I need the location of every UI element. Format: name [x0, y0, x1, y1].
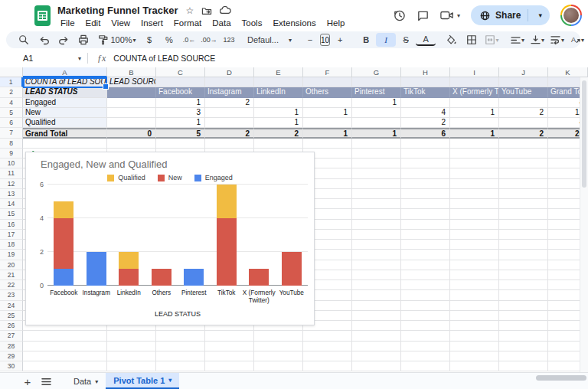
- cell-C5[interactable]: 3: [156, 108, 205, 118]
- cell-G1[interactable]: [352, 77, 401, 87]
- cell-H29[interactable]: [401, 351, 450, 361]
- cell-I21[interactable]: [450, 270, 499, 280]
- menu-item-format[interactable]: Format: [168, 17, 207, 29]
- legend-item-qualified[interactable]: Qualified: [107, 174, 145, 181]
- name-box[interactable]: A1 ▾: [0, 54, 87, 63]
- row-header-7[interactable]: 7: [0, 128, 23, 138]
- zoom-select[interactable]: 100%▾: [113, 33, 133, 47]
- cell-G30[interactable]: [352, 361, 401, 371]
- row-header-17[interactable]: 17: [0, 230, 23, 240]
- cell-G25[interactable]: [352, 311, 401, 321]
- cell-E1[interactable]: [254, 77, 303, 87]
- cell-J6[interactable]: [499, 118, 548, 128]
- bar-segment-qualified-linkedin[interactable]: [119, 252, 139, 269]
- cell-H20[interactable]: [401, 260, 450, 270]
- cell-A2[interactable]: LEAD STATUS: [23, 87, 107, 97]
- cell-H30[interactable]: [401, 361, 450, 371]
- cell-I10[interactable]: [450, 159, 499, 168]
- merge-cells-icon[interactable]: ▾: [482, 33, 501, 47]
- cell-F4[interactable]: [303, 98, 352, 108]
- menu-item-file[interactable]: File: [55, 17, 80, 29]
- cell-C6[interactable]: 1: [156, 118, 205, 128]
- bar-segment-new-linkedin[interactable]: [119, 269, 139, 286]
- cell-A6[interactable]: Qualified: [23, 118, 107, 128]
- cell-J8[interactable]: [499, 139, 548, 149]
- cell-G15[interactable]: [352, 209, 401, 219]
- cell-B28[interactable]: [107, 342, 156, 351]
- row-header-1[interactable]: 1: [0, 77, 23, 87]
- cell-H17[interactable]: [401, 230, 450, 240]
- cell-F27[interactable]: [303, 331, 352, 341]
- bold-button[interactable]: B: [356, 33, 376, 47]
- cell-H27[interactable]: [401, 331, 450, 341]
- column-header-I[interactable]: I: [450, 67, 499, 77]
- cell-G9[interactable]: [352, 149, 401, 159]
- column-header-G[interactable]: G: [352, 67, 401, 77]
- cell-I24[interactable]: [450, 301, 499, 311]
- cell-B6[interactable]: [107, 118, 156, 128]
- all-sheets-icon[interactable]: [37, 378, 55, 386]
- row-header-9[interactable]: 9: [0, 149, 23, 159]
- increase-font-size-button[interactable]: +: [330, 33, 350, 47]
- cell-J12[interactable]: [499, 179, 548, 189]
- cell-I15[interactable]: [450, 209, 499, 219]
- cell-A7[interactable]: Grand Total: [23, 128, 107, 138]
- cell-B1[interactable]: LEAD SOURCE: [107, 77, 156, 87]
- share-caret-icon[interactable]: ▾: [534, 11, 547, 19]
- bar-segment-engaged-facebook[interactable]: [54, 269, 74, 286]
- cell-J17[interactable]: [499, 230, 548, 240]
- decrease-font-size-button[interactable]: −: [300, 33, 320, 47]
- column-header-D[interactable]: D: [205, 67, 254, 77]
- row-header-16[interactable]: 16: [0, 220, 23, 230]
- cell-A5[interactable]: New: [23, 108, 107, 118]
- cell-G4[interactable]: 1: [352, 98, 401, 108]
- bar-segment-qualified-tiktok[interactable]: [217, 185, 237, 218]
- more-formats-button[interactable]: 123: [219, 33, 239, 47]
- row-header-8[interactable]: 8: [0, 139, 23, 149]
- cell-E5[interactable]: 1: [254, 108, 303, 118]
- bar-segment-engaged-instagram[interactable]: [87, 252, 106, 286]
- cloud-status-icon[interactable]: [220, 6, 231, 15]
- row-header-6[interactable]: 6: [0, 118, 23, 128]
- row-header-15[interactable]: 15: [0, 209, 23, 219]
- grid-corner[interactable]: [0, 67, 23, 77]
- cell-J30[interactable]: [499, 361, 548, 371]
- account-avatar[interactable]: [560, 5, 582, 26]
- row-header-19[interactable]: 19: [0, 250, 23, 260]
- column-header-H[interactable]: H: [401, 67, 450, 77]
- cell-F5[interactable]: 1: [303, 108, 352, 118]
- menu-item-tools[interactable]: Tools: [237, 17, 268, 29]
- cell-I28[interactable]: [450, 342, 499, 351]
- cell-I11[interactable]: [450, 168, 499, 178]
- cell-J1[interactable]: [499, 77, 548, 87]
- column-header-E[interactable]: E: [254, 67, 303, 77]
- sheet-tab-pivot-table-1[interactable]: Pivot Table 1▾: [106, 373, 179, 389]
- cell-A4[interactable]: Engaged: [23, 98, 107, 108]
- bar-segment-qualified-facebook[interactable]: [54, 201, 74, 218]
- font-size-input[interactable]: 10: [320, 34, 330, 46]
- cell-H18[interactable]: [401, 240, 450, 250]
- cell-J2[interactable]: YouTube: [499, 87, 548, 97]
- cell-D27[interactable]: [205, 331, 254, 341]
- cell-I5[interactable]: 1: [450, 108, 499, 118]
- cell-H12[interactable]: [401, 179, 450, 189]
- cell-J14[interactable]: [499, 199, 548, 209]
- legend-item-engaged[interactable]: Engaged: [194, 174, 233, 181]
- borders-icon[interactable]: [462, 33, 482, 47]
- cell-D1[interactable]: [205, 77, 254, 87]
- meet-caret-icon[interactable]: ▾: [457, 12, 460, 19]
- cell-H28[interactable]: [401, 342, 450, 351]
- cell-E28[interactable]: [254, 342, 303, 351]
- bar-segment-new-tiktok[interactable]: [217, 218, 237, 286]
- menu-item-edit[interactable]: Edit: [80, 17, 106, 29]
- cell-I19[interactable]: [450, 250, 499, 260]
- text-rotation-icon[interactable]: A▾: [567, 33, 587, 47]
- cell-C28[interactable]: [156, 342, 205, 351]
- cell-H2[interactable]: TikTok: [401, 87, 450, 97]
- menu-item-help[interactable]: Help: [322, 17, 351, 29]
- share-button[interactable]: Share ▾: [471, 5, 550, 25]
- row-header-2[interactable]: 2▲: [0, 87, 23, 97]
- bar-segment-engaged-pinterest[interactable]: [184, 269, 204, 286]
- cell-H4[interactable]: [401, 98, 450, 108]
- cell-H22[interactable]: [401, 280, 450, 290]
